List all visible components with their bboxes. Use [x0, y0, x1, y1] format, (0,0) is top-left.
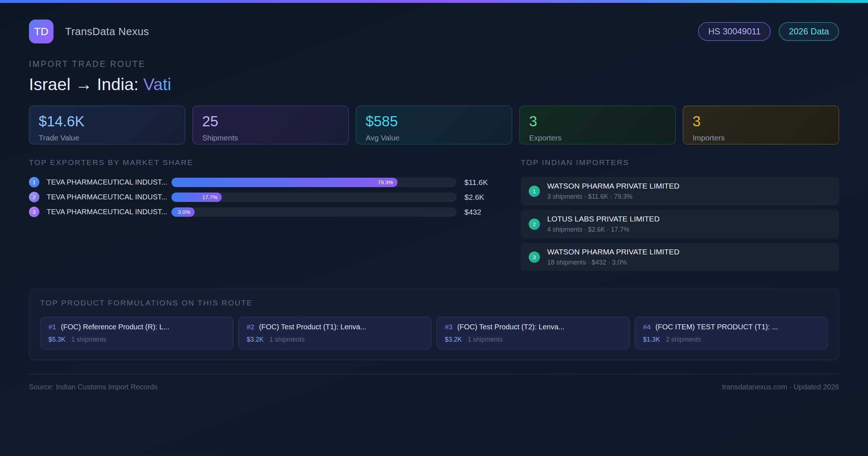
header-badges: HS 30049011 2026 Data [698, 22, 839, 41]
app-name: TransData Nexus [65, 26, 149, 38]
formulation-shipments: 1 shipments [71, 336, 106, 343]
formulation-rank: #2 [247, 323, 254, 331]
top-exporters-section: TOP EXPORTERS BY MARKET SHARE 1 TEVA PHA… [29, 158, 499, 276]
exporter-row: 1 TEVA PHARMACEUTICAL INDUST... 79.3% $1… [29, 177, 499, 187]
footer-site-note: transdatanexus.com · Updated 2026 [722, 383, 839, 391]
importer-card: 2 LOTUS LABS PRIVATE LIMITED 4 shipments… [521, 210, 839, 238]
formulation-card: #1 (FOC) Reference Product (R): L... $5.… [40, 317, 233, 350]
stat-label: Trade Value [39, 134, 175, 142]
stat-value: 3 [529, 114, 666, 128]
exporter-value: $11.6K [463, 178, 499, 187]
app-logo: TD [29, 20, 54, 43]
market-share-bar: 3.0% [171, 207, 195, 217]
year-data-badge[interactable]: 2026 Data [779, 22, 839, 41]
page-title-prefix: Israel → India: [29, 74, 139, 94]
formulation-card: #3 (FOC) Test Product (T2): Lenva... $3.… [437, 317, 630, 350]
importer-name: WATSON PHARMA PRIVATE LIMITED [547, 248, 680, 256]
stat-value: $585 [366, 114, 502, 128]
formulation-shipments: 2 shipments [666, 336, 701, 343]
stat-card-trade-value: $14.6K Trade Value [29, 106, 185, 144]
formulation-rank: #3 [445, 323, 452, 331]
formulation-name: (FOC) Reference Product (R): L... [61, 323, 169, 331]
formulation-rank: #1 [48, 323, 56, 331]
footer: Source: Indian Customs Import Records tr… [29, 374, 839, 391]
exporter-value: $2.6K [463, 193, 499, 202]
page-title: Israel → India: Vati [29, 74, 839, 94]
exporter-row: 2 TEVA PHARMACEUTICAL INDUST... 17.7% $2… [29, 192, 499, 202]
market-share-bar-track: 79.3% [171, 178, 456, 187]
stat-card-exporters: 3 Exporters [519, 106, 676, 144]
stat-value: $14.6K [39, 114, 175, 128]
market-share-percent: 17.7% [202, 194, 218, 200]
rank-badge: 1 [29, 177, 39, 187]
formulation-value: $5.3K [48, 336, 65, 343]
importer-card: 3 WATSON PHARMA PRIVATE LIMITED 18 shipm… [521, 243, 839, 271]
stat-card-shipments: 25 Shipments [192, 106, 349, 144]
formulation-value: $3.2K [247, 336, 264, 343]
stat-card-avg-value: $585 Avg Value [356, 106, 512, 144]
market-share-bar-track: 3.0% [171, 207, 456, 217]
formulation-rank: #4 [643, 323, 651, 331]
exporter-name: TEVA PHARMACEUTICAL INDUST... [47, 193, 171, 201]
market-share-percent: 3.0% [178, 209, 190, 215]
market-share-bar: 17.7% [171, 193, 222, 202]
stat-label: Avg Value [366, 134, 502, 142]
top-importers-section: TOP INDIAN IMPORTERS 1 WATSON PHARMA PRI… [521, 158, 839, 276]
formulation-value: $1.3K [643, 336, 660, 343]
formulation-name: (FOC ITEM) TEST PRODUCT (T1): ... [655, 323, 778, 331]
exporters-heading: TOP EXPORTERS BY MARKET SHARE [29, 158, 499, 167]
brand: TD TransData Nexus [29, 20, 149, 43]
rank-badge: 1 [529, 186, 540, 197]
formulation-cards: #1 (FOC) Reference Product (R): L... $5.… [40, 317, 828, 350]
exporter-name: TEVA PHARMACEUTICAL INDUST... [47, 208, 171, 216]
exporter-value: $432 [463, 208, 499, 216]
formulations-panel: TOP PRODUCT FORMULATIONS ON THIS ROUTE #… [29, 289, 839, 360]
rank-badge: 2 [29, 192, 39, 202]
header: TD TransData Nexus HS 30049011 2026 Data [29, 20, 839, 43]
importer-name: LOTUS LABS PRIVATE LIMITED [547, 215, 660, 223]
route-eyebrow: IMPORT TRADE ROUTE [29, 59, 839, 69]
stat-label: Exporters [529, 134, 666, 142]
importer-meta: 3 shipments · $11.6K · 79.3% [547, 193, 680, 200]
page-title-highlight: Vati [143, 74, 171, 94]
top-accent-bar [0, 0, 868, 3]
market-share-bar: 79.3% [171, 178, 397, 187]
stat-value: 3 [693, 114, 829, 128]
stat-card-importers: 3 Importers [683, 106, 839, 144]
stat-label: Shipments [202, 134, 339, 142]
formulation-shipments: 1 shipments [269, 336, 305, 343]
market-share-bar-track: 17.7% [171, 193, 456, 202]
importer-meta: 4 shipments · $2.6K · 17.7% [547, 226, 660, 233]
importers-heading: TOP INDIAN IMPORTERS [521, 158, 839, 167]
stat-cards: $14.6K Trade Value 25 Shipments $585 Avg… [29, 106, 839, 144]
rank-badge: 3 [529, 252, 540, 263]
importer-meta: 18 shipments · $432 · 3.0% [547, 259, 680, 266]
market-share-percent: 79.3% [378, 179, 393, 185]
importer-name: WATSON PHARMA PRIVATE LIMITED [547, 182, 680, 190]
formulation-card: #2 (FOC) Test Product (T1): Lenva... $3.… [238, 317, 431, 350]
exporter-name: TEVA PHARMACEUTICAL INDUST... [47, 178, 171, 186]
formulation-name: (FOC) Test Product (T2): Lenva... [457, 323, 564, 331]
stat-label: Importers [693, 134, 829, 142]
formulation-value: $3.2K [445, 336, 462, 343]
footer-source: Source: Indian Customs Import Records [29, 383, 158, 391]
app-logo-text: TD [34, 25, 48, 38]
formulation-shipments: 1 shipments [468, 336, 503, 343]
exporter-row: 3 TEVA PHARMACEUTICAL INDUST... 3.0% $43… [29, 207, 499, 217]
rank-badge: 3 [29, 207, 39, 217]
formulation-card: #4 (FOC ITEM) TEST PRODUCT (T1): ... $1.… [635, 317, 828, 350]
formulation-name: (FOC) Test Product (T1): Lenva... [259, 323, 366, 331]
rank-badge: 2 [529, 219, 540, 230]
importer-card: 1 WATSON PHARMA PRIVATE LIMITED 3 shipme… [521, 177, 839, 205]
hs-code-badge[interactable]: HS 30049011 [698, 22, 771, 41]
formulations-heading: TOP PRODUCT FORMULATIONS ON THIS ROUTE [40, 299, 828, 307]
stat-value: 25 [202, 114, 339, 128]
